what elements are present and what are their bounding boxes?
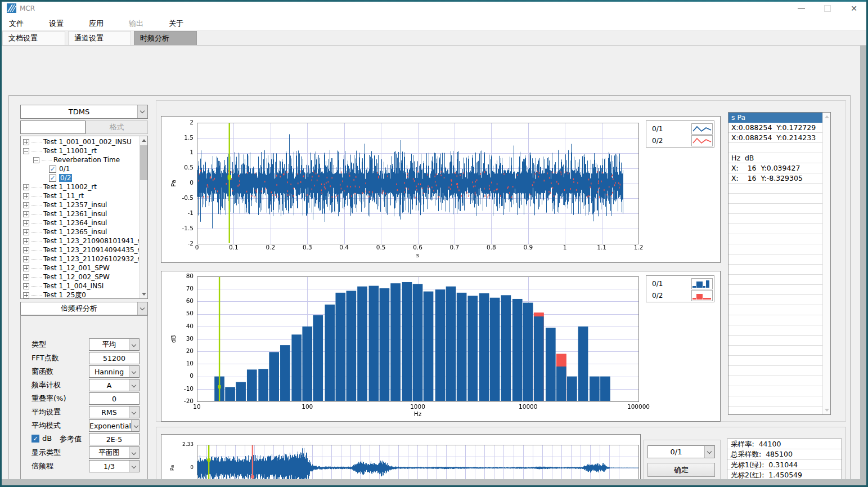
field-select-类型[interactable]: 平均 bbox=[89, 338, 140, 351]
scrollbar-up-icon[interactable] bbox=[823, 113, 831, 121]
octave-spectrum-plot[interactable] bbox=[161, 271, 720, 421]
tree-item[interactable]: Test 1_12_001_SPW bbox=[23, 263, 110, 272]
readout-row[interactable] bbox=[728, 325, 823, 336]
db-checkbox[interactable]: ✓ bbox=[32, 435, 39, 443]
filter-input[interactable] bbox=[20, 120, 86, 134]
channel-select[interactable]: 0/1 bbox=[647, 445, 715, 458]
field-input-重叠率(%)[interactable] bbox=[89, 392, 140, 405]
tab-时频分析[interactable]: 时频分析 bbox=[134, 31, 197, 45]
readout-row[interactable]: X: 16 Y:-8.329305 bbox=[728, 173, 823, 184]
tree-item[interactable]: Test 1_11_rt bbox=[23, 191, 84, 200]
tree-expander-icon[interactable] bbox=[23, 211, 29, 217]
chevron-down-icon[interactable] bbox=[129, 366, 139, 377]
tree-expander-icon[interactable] bbox=[23, 238, 29, 244]
readout-row[interactable] bbox=[728, 244, 823, 254]
tree-expander-icon[interactable] bbox=[23, 193, 29, 199]
field-select-平均模式[interactable]: Exponential bbox=[89, 419, 140, 432]
readout-row[interactable] bbox=[728, 295, 823, 305]
field-select-倍频程[interactable]: 1/3 bbox=[89, 460, 140, 472]
tree-expander-icon[interactable] bbox=[23, 274, 29, 280]
chevron-down-icon[interactable] bbox=[704, 446, 714, 458]
scrollbar-down-icon[interactable] bbox=[140, 290, 148, 298]
tree-item[interactable]: Reverberation Time bbox=[33, 155, 120, 164]
scrollbar-up-icon[interactable] bbox=[140, 136, 148, 145]
minimize-button[interactable] bbox=[791, 0, 811, 17]
menu-item-文件[interactable]: 文件 bbox=[1, 16, 32, 31]
field-select-平均设置[interactable]: RMS bbox=[89, 406, 140, 418]
tree-item[interactable]: Test 1_123_211026102932_spw bbox=[23, 254, 148, 263]
confirm-button[interactable]: 确定 bbox=[647, 463, 715, 477]
readout-row[interactable] bbox=[728, 234, 823, 244]
readout-row[interactable] bbox=[728, 194, 823, 204]
chevron-down-icon[interactable] bbox=[129, 461, 139, 472]
tree-item[interactable]: Test 1_25度0 bbox=[23, 291, 86, 299]
tree-expander-icon[interactable] bbox=[23, 202, 29, 208]
readout-row[interactable] bbox=[728, 386, 823, 396]
tree-item[interactable]: Test 1_12_002_SPW bbox=[23, 272, 110, 282]
tree-item[interactable]: Test 1_12365_insul bbox=[23, 227, 107, 236]
chevron-down-icon[interactable] bbox=[137, 302, 147, 315]
tree-expander-icon[interactable] bbox=[23, 220, 29, 226]
tree-item[interactable]: Test 1_123_210908101941_spw bbox=[23, 236, 148, 245]
tab-通道设置[interactable]: 通道设置 bbox=[68, 31, 131, 45]
chevron-down-icon[interactable] bbox=[129, 339, 139, 350]
tree-expander-icon[interactable] bbox=[23, 283, 29, 289]
time-waveform-plot[interactable] bbox=[161, 117, 720, 262]
field-input-FFT点数[interactable] bbox=[89, 352, 140, 364]
tree-expander-icon[interactable] bbox=[23, 256, 29, 262]
readout-row[interactable] bbox=[728, 376, 823, 386]
tree-item-checkbox[interactable]: ✓ bbox=[49, 175, 56, 182]
chevron-down-icon[interactable] bbox=[129, 379, 139, 391]
tree-expander-icon[interactable] bbox=[23, 184, 29, 190]
readout-row[interactable]: X:0.088254 Y:0.214233 bbox=[728, 133, 823, 143]
readout-row[interactable] bbox=[728, 366, 823, 376]
tree-item[interactable]: Test 1_11001_rt bbox=[23, 146, 97, 155]
readout-row[interactable] bbox=[728, 204, 823, 214]
tree-item[interactable]: Test 1_11002_rt bbox=[23, 182, 97, 191]
chevron-down-icon[interactable] bbox=[137, 105, 147, 118]
readout-row[interactable] bbox=[728, 285, 823, 295]
menu-item-关于[interactable]: 关于 bbox=[161, 16, 191, 31]
readout-row[interactable] bbox=[728, 275, 823, 285]
readout-row[interactable] bbox=[728, 356, 823, 366]
scrollbar-down-icon[interactable] bbox=[823, 406, 831, 414]
tree-item[interactable]: Test 1_12361_insul bbox=[23, 209, 107, 218]
tree-item[interactable]: Test 1_12357_insul bbox=[23, 200, 107, 209]
field-input-参考值[interactable] bbox=[89, 433, 140, 445]
tree-expander-icon[interactable] bbox=[23, 265, 29, 271]
tree-item[interactable]: Test 1_001_001_002_INSU bbox=[23, 137, 132, 146]
readout-row[interactable] bbox=[728, 315, 823, 325]
cursor-readout-list[interactable]: s Pa X:0.088254 Y:0.172729X:0.088254 Y:0… bbox=[728, 112, 831, 415]
readout-row[interactable]: Hz dB bbox=[728, 153, 823, 163]
close-button[interactable]: ✕ bbox=[844, 0, 863, 17]
format-button[interactable]: 格式 bbox=[86, 120, 148, 134]
readout-row[interactable]: X:0.088254 Y:0.172729 bbox=[728, 123, 823, 133]
readout-row[interactable] bbox=[728, 224, 823, 234]
readout-row[interactable] bbox=[728, 346, 823, 356]
tab-文档设置[interactable]: 文档设置 bbox=[2, 31, 65, 45]
tree-expander-icon[interactable] bbox=[23, 148, 29, 154]
tree-scrollbar-thumb[interactable] bbox=[140, 145, 147, 180]
tree-item[interactable]: ✓0/2 bbox=[49, 173, 72, 182]
tree-item[interactable]: ✓0/1 bbox=[49, 164, 70, 173]
chevron-down-icon[interactable] bbox=[129, 447, 139, 458]
readout-row[interactable] bbox=[728, 265, 823, 275]
readout-row[interactable] bbox=[728, 336, 823, 346]
file-format-select[interactable]: TDMS bbox=[20, 105, 148, 119]
tree-expander-icon[interactable] bbox=[23, 229, 29, 235]
readout-row[interactable] bbox=[728, 214, 823, 224]
field-select-窗函数[interactable]: Hanning bbox=[89, 365, 140, 378]
menu-item-设置[interactable]: 设置 bbox=[41, 16, 71, 31]
tree-item[interactable]: Test 1_1_004_INSI bbox=[23, 282, 104, 291]
tree-expander-icon[interactable] bbox=[23, 247, 29, 253]
tree-expander-icon[interactable] bbox=[23, 139, 29, 145]
maximize-button[interactable] bbox=[818, 0, 837, 17]
tree-expander-icon[interactable] bbox=[23, 292, 29, 298]
tree-scrollbar[interactable] bbox=[139, 136, 147, 298]
readout-row[interactable] bbox=[728, 396, 823, 406]
tree-item[interactable]: Test 1_12364_insul bbox=[23, 218, 107, 227]
file-tree[interactable]: Test 1_001_001_002_INSUTest 1_11001_rtRe… bbox=[20, 136, 148, 299]
menu-item-应用[interactable]: 应用 bbox=[81, 16, 111, 31]
readout-row[interactable] bbox=[728, 184, 823, 194]
analysis-type-select[interactable]: 倍频程分析 bbox=[20, 302, 148, 315]
